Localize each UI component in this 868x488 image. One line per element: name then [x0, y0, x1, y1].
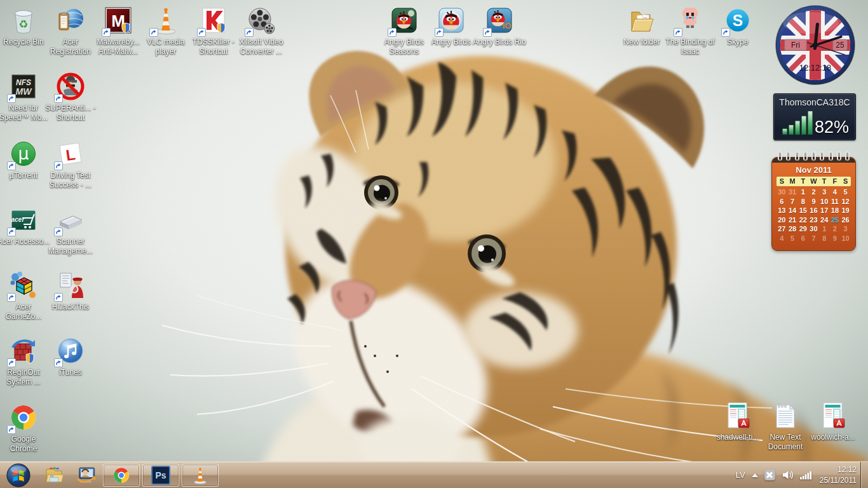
- calendar-day: 16: [808, 206, 819, 215]
- desktop-icon-angry-birds[interactable]: Angry Birds: [424, 5, 478, 47]
- desktop-icon-angry-birds-seasons[interactable]: Angry Birds Seasons: [377, 5, 431, 57]
- desktop-icon-angry-birds-rio[interactable]: Angry Birds Rio: [473, 5, 526, 47]
- calendar-day: 4: [776, 234, 787, 243]
- desktop-icon-utorrent[interactable]: µTorrent: [0, 139, 50, 180]
- taskbar-explorer-button[interactable]: [38, 463, 70, 488]
- desktop-icon-label: HiJackThis: [44, 302, 97, 312]
- desktop-icon-label: Scanner Manageme...: [44, 237, 97, 256]
- shortcut-arrow-icon: [54, 293, 63, 302]
- calendar-day: 3: [819, 187, 830, 197]
- taskbar-user-program-button[interactable]: [70, 463, 102, 488]
- desktop-icon-itunes[interactable]: iTunes: [44, 336, 97, 377]
- desktop-icon-acer-accessory[interactable]: Acer Accesso...: [0, 205, 50, 247]
- calendar-day: 31: [787, 187, 798, 197]
- desktop-icon-binding-of-isaac[interactable]: The Binding of Isaac: [663, 5, 717, 57]
- desktop-icon-label: New folder: [615, 37, 668, 47]
- calendar-day: 7: [808, 234, 819, 243]
- calendar-day: 2: [830, 224, 841, 234]
- text-document-icon: [770, 400, 801, 431]
- calendar-day: 18: [830, 206, 841, 215]
- registry-bricks-icon: [8, 336, 39, 366]
- tray-x-icon[interactable]: [764, 470, 775, 480]
- calendar-days-grid: 3031123456789101112131415161718192021222…: [776, 187, 851, 243]
- taskbar-photoshop-button[interactable]: Ps: [142, 464, 179, 487]
- desktop-icon-superantispyware[interactable]: SUPERAnti... - Shortcut: [44, 71, 97, 123]
- calendar-day: 30: [776, 187, 787, 197]
- itunes-icon: [55, 336, 86, 366]
- desktop-icon-scanner-management[interactable]: Scanner Manageme...: [44, 205, 97, 256]
- windows-orb-icon: [6, 463, 31, 487]
- desktop-icon-malwarebytes[interactable]: Malwareby... Anti-Malw...: [92, 5, 145, 57]
- desktop-icon-label: Driving Test Success - ...: [44, 171, 97, 190]
- desktop-icon-label: Malwareby... Anti-Malw...: [92, 37, 145, 57]
- desktop-icon-label: RegInOut System ...: [0, 368, 50, 387]
- calendar-day: 15: [797, 206, 808, 215]
- calendar-day: 9: [808, 197, 819, 207]
- shortcut-arrow-icon: [102, 28, 111, 37]
- calendar-day: 1: [797, 187, 808, 197]
- start-button[interactable]: [5, 463, 32, 488]
- desktop-icon-new-text-document[interactable]: New Text Document: [759, 400, 812, 452]
- taskbar-chrome-button[interactable]: [103, 464, 140, 487]
- tray-date: 25/11/2011: [820, 475, 857, 485]
- desktop-icon-label: Google Chrome: [0, 435, 50, 454]
- desktop-icon-xilisoft[interactable]: Xilisoft Video Converter ...: [234, 5, 288, 57]
- desktop-icon-label: Acer Registration: [44, 37, 97, 57]
- calendar-day: 24: [819, 215, 830, 225]
- desktop-icon-hijackthis[interactable]: HiJackThis: [44, 270, 97, 312]
- desktop-icon-need-for-speed[interactable]: Need for Speed™ Mo...: [0, 71, 50, 123]
- shortcut-arrow-icon: [7, 227, 16, 236]
- desktop-icon-label: µTorrent: [0, 171, 50, 180]
- show-hidden-icons-button[interactable]: [752, 473, 758, 477]
- calendar-day: 10: [819, 197, 830, 207]
- no-spyware-icon: [55, 71, 86, 102]
- l-plate-icon: [55, 139, 86, 169]
- tray-clock[interactable]: 12:12 25/11/2011: [820, 464, 857, 485]
- desktop-icon-google-chrome[interactable]: Google Chrome: [0, 402, 50, 454]
- calendar-day: 30: [808, 224, 819, 234]
- calendar-day: 6: [797, 234, 808, 243]
- desktop-icon-woolwich-pdf[interactable]: woolwich-a...: [806, 400, 860, 442]
- desktop-icon-label: Skype: [711, 37, 764, 47]
- shortcut-arrow-icon: [197, 28, 206, 37]
- language-indicator[interactable]: LV: [736, 470, 745, 480]
- taskbar-vlc-button[interactable]: [182, 464, 219, 487]
- desktop-icon-acer-gamezone[interactable]: Acer GameZo...: [0, 270, 50, 322]
- calendar-gadget[interactable]: Nov 2011 SMTWTFS 30311234567891011121314…: [771, 151, 856, 251]
- wifi-signal-gadget[interactable]: ThomsonCA318C 82%: [773, 93, 856, 140]
- desktop-icon-tdsskiller[interactable]: TDSSKiller - Shortcut: [187, 5, 240, 57]
- desktop-icon-label: Angry Birds Seasons: [377, 37, 431, 57]
- desktop-icon-reginout[interactable]: RegInOut System ...: [0, 336, 50, 387]
- desktop-icon-label: Need for Speed™ Mo...: [0, 104, 50, 123]
- clock-date-label: 25: [836, 41, 844, 50]
- desktop-icon-acer-registration[interactable]: Acer Registration: [44, 5, 97, 57]
- volume-icon[interactable]: [782, 470, 794, 480]
- shortcut-arrow-icon: [7, 293, 16, 302]
- desktop-icon-vlc[interactable]: VLC media player: [139, 5, 193, 57]
- shortcut-arrow-icon: [388, 28, 397, 37]
- pdf-document-icon: [818, 400, 848, 431]
- wifi-strength-value: 82%: [815, 118, 849, 137]
- clock-digital-time: 12:12:18: [799, 63, 832, 72]
- calendar-day-header: T: [819, 177, 830, 186]
- desktop-icon-label: TDSSKiller - Shortcut: [187, 37, 240, 57]
- desktop-icon-recycle-bin[interactable]: Recycle Bin: [0, 5, 50, 47]
- union-jack-clock-icon: Fri 25 12:12:18: [774, 4, 857, 86]
- calendar-body: Nov 2011 SMTWTFS 30311234567891011121314…: [771, 157, 856, 251]
- desktop-icon-label: VLC media player: [139, 37, 193, 57]
- desktop-icon-driving-test[interactable]: Driving Test Success - ...: [44, 139, 97, 190]
- desktop-icon-new-folder[interactable]: New folder: [615, 5, 668, 47]
- show-desktop-button[interactable]: [860, 462, 868, 488]
- shortcut-arrow-icon: [435, 28, 444, 37]
- angry-birds-icon: [436, 5, 466, 36]
- desktop-icon-skype[interactable]: Skype: [711, 5, 764, 47]
- desktop-icon-shadwell-pdf[interactable]: shadwell-ti...: [711, 400, 764, 442]
- tray-time: 12:12: [820, 464, 857, 475]
- shortcut-arrow-icon: [7, 358, 16, 367]
- shortcut-arrow-icon: [245, 28, 254, 37]
- clock-gadget[interactable]: Fri 25 12:12:18: [774, 4, 857, 86]
- network-signal-icon[interactable]: [800, 471, 812, 480]
- wifi-ssid-label: ThomsonCA318C: [774, 97, 855, 107]
- calendar-day: 2: [808, 187, 819, 197]
- desktop-icon-label: Recycle Bin: [0, 37, 50, 47]
